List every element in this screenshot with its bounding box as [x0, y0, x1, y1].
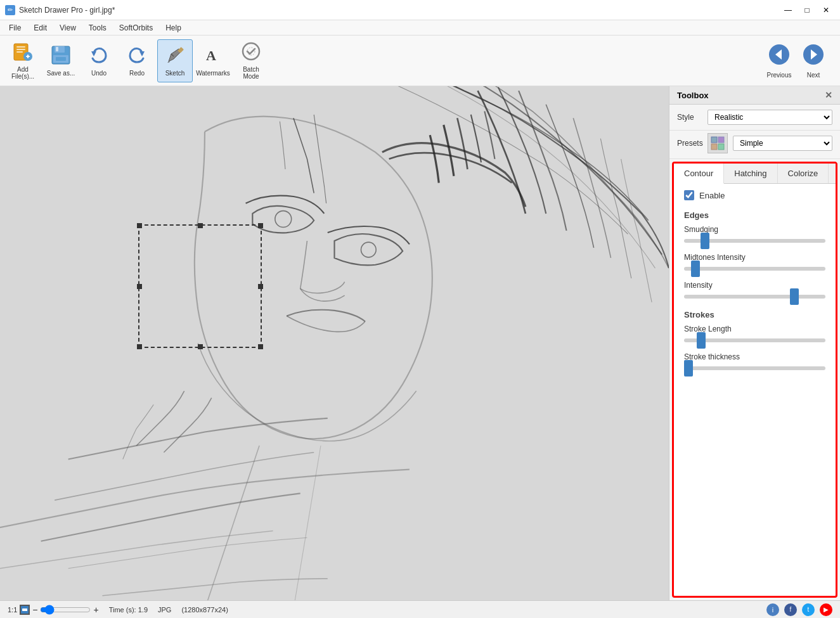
- statusbar-icons: i f t ▶: [766, 603, 832, 616]
- view-icon: [20, 605, 30, 615]
- stroke-thickness-track[interactable]: [684, 366, 825, 370]
- svg-rect-6: [27, 55, 29, 58]
- toolbox-panel: Toolbox ✕ Style Realistic Presets Sim: [669, 86, 840, 600]
- close-button[interactable]: ✕: [817, 1, 835, 19]
- intensity-label: Intensity: [684, 281, 825, 290]
- redo-button[interactable]: Redo: [119, 39, 155, 82]
- add-file-icon: [13, 41, 33, 65]
- handle-br[interactable]: [258, 344, 263, 349]
- enable-row: Enable: [674, 184, 836, 207]
- zoom-slider-container[interactable]: − +: [32, 605, 98, 615]
- handle-bl[interactable]: [137, 344, 142, 349]
- watermarks-label: Watermarks: [196, 70, 230, 77]
- svg-rect-2: [16, 49, 25, 50]
- titlebar-controls: — □ ✕: [779, 1, 835, 19]
- intensity-track[interactable]: [684, 295, 825, 299]
- titlebar: ✏ Sketch Drawer Pro - girl.jpg* — □ ✕: [0, 0, 840, 20]
- tabs-container: Contour Hatching Colorize: [674, 164, 836, 184]
- stroke-length-track[interactable]: [684, 338, 825, 342]
- stroke-thickness-group: Stroke thickness: [674, 350, 836, 378]
- enable-checkbox[interactable]: [684, 190, 694, 200]
- style-select[interactable]: Realistic: [708, 110, 832, 125]
- svg-rect-11: [56, 57, 66, 61]
- stroke-length-group: Stroke Length: [674, 322, 836, 350]
- info-icon[interactable]: i: [766, 603, 779, 616]
- titlebar-title: Sketch Drawer Pro - girl.jpg*: [19, 6, 115, 15]
- stroke-thickness-label: Stroke thickness: [684, 352, 825, 361]
- statusbar-zoom-area: 1:1 − +: [8, 605, 99, 615]
- previous-button[interactable]: Previous: [763, 39, 796, 82]
- sketch-label: Sketch: [165, 70, 185, 77]
- edges-section-header: Edges: [674, 207, 836, 222]
- menu-tools[interactable]: Tools: [82, 22, 113, 34]
- stroke-thickness-thumb[interactable]: [684, 360, 693, 377]
- maximize-button[interactable]: □: [798, 1, 816, 19]
- handle-bm[interactable]: [198, 344, 203, 349]
- next-label: Next: [807, 72, 820, 79]
- facebook-icon[interactable]: f: [784, 603, 797, 616]
- twitter-icon[interactable]: t: [802, 603, 815, 616]
- handle-tm[interactable]: [198, 223, 203, 228]
- sketch-button[interactable]: Sketch: [157, 39, 193, 82]
- strokes-section-header: Strokes: [674, 306, 836, 322]
- next-button[interactable]: Next: [797, 39, 830, 82]
- settings-panel: Contour Hatching Colorize Enable Edges S…: [672, 162, 837, 598]
- statusbar-info: Time (s): 1.9 JPG (1280x877x24): [109, 606, 756, 614]
- presets-select[interactable]: Simple: [733, 136, 832, 151]
- zoom-out-icon[interactable]: −: [32, 605, 37, 615]
- intensity-group: Intensity: [674, 278, 836, 306]
- zoom-in-icon[interactable]: +: [93, 605, 98, 615]
- svg-rect-26: [711, 137, 717, 143]
- minimize-button[interactable]: —: [779, 1, 797, 19]
- svg-marker-12: [91, 51, 96, 56]
- midtones-thumb[interactable]: [691, 261, 700, 277]
- toolbox-close-button[interactable]: ✕: [825, 90, 832, 100]
- presets-row: Presets Simple: [669, 131, 840, 159]
- toolbox-header: Toolbox ✕: [669, 86, 840, 105]
- format-info: JPG: [158, 606, 171, 614]
- tab-colorize[interactable]: Colorize: [778, 164, 829, 183]
- menu-view[interactable]: View: [53, 22, 82, 34]
- style-row: Style Realistic: [669, 105, 840, 131]
- svg-rect-31: [22, 608, 27, 611]
- midtones-label: Midtones Intensity: [684, 253, 825, 262]
- youtube-icon[interactable]: ▶: [820, 603, 832, 616]
- stroke-length-thumb[interactable]: [697, 332, 706, 349]
- smudging-track[interactable]: [684, 239, 825, 243]
- zoom-level: 1:1: [8, 606, 17, 614]
- watermarks-icon: A: [203, 45, 223, 68]
- previous-label: Previous: [767, 72, 792, 79]
- menu-file[interactable]: File: [3, 22, 27, 34]
- intensity-thumb[interactable]: [790, 288, 799, 305]
- svg-point-17: [247, 48, 255, 55]
- zoom-slider[interactable]: [40, 605, 91, 615]
- batch-mode-icon: [241, 41, 261, 65]
- canvas-area[interactable]: [0, 86, 669, 600]
- handle-tl[interactable]: [137, 223, 142, 228]
- handle-ml[interactable]: [137, 284, 142, 289]
- svg-rect-27: [718, 137, 724, 143]
- undo-button[interactable]: Undo: [81, 39, 117, 82]
- smudging-group: Smudging: [674, 222, 836, 250]
- svg-marker-13: [139, 51, 145, 56]
- redo-icon: [127, 45, 147, 68]
- handle-mr[interactable]: [258, 284, 263, 289]
- sketch-canvas: [0, 86, 669, 600]
- batch-mode-button[interactable]: Batch Mode: [233, 39, 269, 82]
- menu-softorbits[interactable]: SoftOrbits: [113, 22, 159, 34]
- svg-point-16: [243, 43, 259, 60]
- save-as-button[interactable]: Save as...: [43, 39, 79, 82]
- add-file-button[interactable]: Add File(s)...: [5, 39, 41, 82]
- menu-edit[interactable]: Edit: [27, 22, 53, 34]
- tab-contour[interactable]: Contour: [674, 164, 724, 184]
- selection-rect[interactable]: [138, 224, 262, 348]
- redo-label: Redo: [129, 70, 145, 77]
- tab-hatching[interactable]: Hatching: [724, 164, 777, 183]
- main-area: Toolbox ✕ Style Realistic Presets Sim: [0, 86, 840, 600]
- handle-tr[interactable]: [258, 223, 263, 228]
- watermarks-button[interactable]: A Watermarks: [195, 39, 231, 82]
- smudging-thumb[interactable]: [701, 233, 709, 249]
- undo-label: Undo: [91, 70, 107, 77]
- menu-help[interactable]: Help: [159, 22, 188, 34]
- midtones-track[interactable]: [684, 267, 825, 271]
